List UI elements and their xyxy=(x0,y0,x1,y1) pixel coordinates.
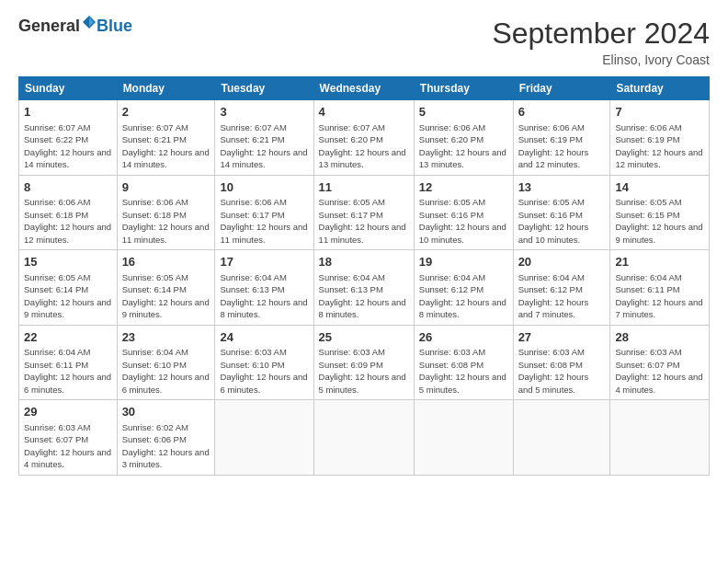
day-number: 18 xyxy=(319,254,409,270)
day-number: 16 xyxy=(122,254,210,270)
col-tuesday: Tuesday xyxy=(215,77,313,100)
logo-icon xyxy=(82,15,97,29)
table-row: 8 Sunrise: 6:06 AMSunset: 6:18 PMDayligh… xyxy=(19,175,118,250)
day-info: Sunrise: 6:05 AMSunset: 6:16 PMDaylight:… xyxy=(419,197,506,245)
day-info: Sunrise: 6:05 AMSunset: 6:17 PMDaylight:… xyxy=(319,197,406,245)
day-info: Sunrise: 6:02 AMSunset: 6:06 PMDaylight:… xyxy=(122,422,210,470)
day-info: Sunrise: 6:03 AMSunset: 6:08 PMDaylight:… xyxy=(518,347,589,395)
day-info: Sunrise: 6:06 AMSunset: 6:17 PMDaylight:… xyxy=(220,197,307,245)
day-info: Sunrise: 6:06 AMSunset: 6:19 PMDaylight:… xyxy=(518,122,589,170)
table-row: 4 Sunrise: 6:07 AMSunset: 6:20 PMDayligh… xyxy=(313,100,414,176)
calendar-week-row: 8 Sunrise: 6:06 AMSunset: 6:18 PMDayligh… xyxy=(19,175,710,250)
calendar-week-row: 15 Sunrise: 6:05 AMSunset: 6:14 PMDaylig… xyxy=(19,250,710,326)
day-number: 23 xyxy=(122,329,210,346)
day-info: Sunrise: 6:07 AMSunset: 6:20 PMDaylight:… xyxy=(319,122,406,170)
day-info: Sunrise: 6:04 AMSunset: 6:11 PMDaylight:… xyxy=(615,272,702,320)
day-info: Sunrise: 6:03 AMSunset: 6:07 PMDaylight:… xyxy=(615,347,702,395)
logo-general: General xyxy=(18,17,80,36)
day-number: 9 xyxy=(122,179,210,196)
table-row: 25 Sunrise: 6:03 AMSunset: 6:09 PMDaylig… xyxy=(313,325,414,400)
table-row: 21 Sunrise: 6:04 AMSunset: 6:11 PMDaylig… xyxy=(610,250,710,326)
day-info: Sunrise: 6:04 AMSunset: 6:13 PMDaylight:… xyxy=(319,272,406,320)
day-info: Sunrise: 6:06 AMSunset: 6:20 PMDaylight:… xyxy=(419,122,506,170)
header: General Blue September 2024 Elinso, Ivor… xyxy=(18,17,710,67)
table-row: 11 Sunrise: 6:05 AMSunset: 6:17 PMDaylig… xyxy=(313,175,414,250)
day-info: Sunrise: 6:03 AMSunset: 6:09 PMDaylight:… xyxy=(319,347,406,395)
table-row: 9 Sunrise: 6:06 AMSunset: 6:18 PMDayligh… xyxy=(117,175,215,250)
col-saturday: Saturday xyxy=(610,77,710,100)
day-info: Sunrise: 6:05 AMSunset: 6:15 PMDaylight:… xyxy=(615,197,702,245)
empty-cell xyxy=(215,400,313,476)
logo-blue: Blue xyxy=(97,17,132,36)
table-row: 2 Sunrise: 6:07 AMSunset: 6:21 PMDayligh… xyxy=(117,100,215,176)
empty-cell xyxy=(513,400,610,476)
day-info: Sunrise: 6:03 AMSunset: 6:10 PMDaylight:… xyxy=(220,347,307,395)
day-info: Sunrise: 6:05 AMSunset: 6:16 PMDaylight:… xyxy=(518,197,589,245)
page: General Blue September 2024 Elinso, Ivor… xyxy=(0,0,728,563)
table-row: 14 Sunrise: 6:05 AMSunset: 6:15 PMDaylig… xyxy=(610,175,710,250)
col-friday: Friday xyxy=(513,77,610,100)
table-row: 27 Sunrise: 6:03 AMSunset: 6:08 PMDaylig… xyxy=(513,325,610,400)
day-info: Sunrise: 6:07 AMSunset: 6:21 PMDaylight:… xyxy=(122,122,210,170)
table-row: 28 Sunrise: 6:03 AMSunset: 6:07 PMDaylig… xyxy=(610,325,710,400)
day-number: 28 xyxy=(615,329,704,346)
day-number: 17 xyxy=(220,254,308,270)
table-row: 3 Sunrise: 6:07 AMSunset: 6:21 PMDayligh… xyxy=(215,100,313,176)
day-number: 12 xyxy=(419,179,508,196)
table-row: 23 Sunrise: 6:04 AMSunset: 6:10 PMDaylig… xyxy=(117,325,215,400)
table-row: 26 Sunrise: 6:03 AMSunset: 6:08 PMDaylig… xyxy=(414,325,513,400)
day-info: Sunrise: 6:04 AMSunset: 6:10 PMDaylight:… xyxy=(122,347,210,395)
day-number: 13 xyxy=(518,179,606,196)
col-thursday: Thursday xyxy=(414,77,513,100)
table-row: 13 Sunrise: 6:05 AMSunset: 6:16 PMDaylig… xyxy=(513,175,610,250)
title-section: September 2024 Elinso, Ivory Coast xyxy=(492,17,710,67)
calendar-header-row: Sunday Monday Tuesday Wednesday Thursday… xyxy=(19,77,710,100)
day-number: 5 xyxy=(419,104,508,121)
table-row: 1 Sunrise: 6:07 AMSunset: 6:22 PMDayligh… xyxy=(19,100,118,176)
table-row: 24 Sunrise: 6:03 AMSunset: 6:10 PMDaylig… xyxy=(215,325,313,400)
table-row: 29 Sunrise: 6:03 AMSunset: 6:07 PMDaylig… xyxy=(19,400,118,476)
day-number: 1 xyxy=(24,104,112,121)
location: Elinso, Ivory Coast xyxy=(492,52,710,67)
day-number: 11 xyxy=(319,179,409,196)
logo: General Blue xyxy=(18,17,132,36)
day-number: 8 xyxy=(24,179,112,196)
day-number: 10 xyxy=(220,179,308,196)
table-row: 6 Sunrise: 6:06 AMSunset: 6:19 PMDayligh… xyxy=(513,100,610,176)
table-row: 10 Sunrise: 6:06 AMSunset: 6:17 PMDaylig… xyxy=(215,175,313,250)
col-wednesday: Wednesday xyxy=(313,77,414,100)
day-info: Sunrise: 6:04 AMSunset: 6:12 PMDaylight:… xyxy=(419,272,506,320)
day-number: 19 xyxy=(419,254,508,270)
calendar-week-row: 29 Sunrise: 6:03 AMSunset: 6:07 PMDaylig… xyxy=(19,400,710,476)
day-info: Sunrise: 6:06 AMSunset: 6:18 PMDaylight:… xyxy=(24,197,111,245)
col-sunday: Sunday xyxy=(19,77,118,100)
table-row: 20 Sunrise: 6:04 AMSunset: 6:12 PMDaylig… xyxy=(513,250,610,326)
day-number: 22 xyxy=(24,329,112,346)
table-row: 22 Sunrise: 6:04 AMSunset: 6:11 PMDaylig… xyxy=(19,325,118,400)
day-info: Sunrise: 6:05 AMSunset: 6:14 PMDaylight:… xyxy=(122,272,210,320)
table-row: 15 Sunrise: 6:05 AMSunset: 6:14 PMDaylig… xyxy=(19,250,118,326)
day-number: 29 xyxy=(24,404,112,420)
day-number: 25 xyxy=(319,329,409,346)
empty-cell xyxy=(610,400,710,476)
month-title: September 2024 xyxy=(492,17,710,51)
table-row: 12 Sunrise: 6:05 AMSunset: 6:16 PMDaylig… xyxy=(414,175,513,250)
day-info: Sunrise: 6:04 AMSunset: 6:12 PMDaylight:… xyxy=(518,272,589,320)
day-info: Sunrise: 6:07 AMSunset: 6:21 PMDaylight:… xyxy=(220,122,307,170)
day-info: Sunrise: 6:06 AMSunset: 6:19 PMDaylight:… xyxy=(615,122,702,170)
day-number: 15 xyxy=(24,254,112,270)
table-row: 17 Sunrise: 6:04 AMSunset: 6:13 PMDaylig… xyxy=(215,250,313,326)
table-row: 19 Sunrise: 6:04 AMSunset: 6:12 PMDaylig… xyxy=(414,250,513,326)
table-row: 30 Sunrise: 6:02 AMSunset: 6:06 PMDaylig… xyxy=(117,400,215,476)
day-number: 24 xyxy=(220,329,308,346)
day-number: 3 xyxy=(220,104,308,121)
table-row: 7 Sunrise: 6:06 AMSunset: 6:19 PMDayligh… xyxy=(610,100,710,176)
day-info: Sunrise: 6:03 AMSunset: 6:08 PMDaylight:… xyxy=(419,347,506,395)
day-number: 30 xyxy=(122,404,210,420)
day-info: Sunrise: 6:07 AMSunset: 6:22 PMDaylight:… xyxy=(24,122,111,170)
day-info: Sunrise: 6:04 AMSunset: 6:13 PMDaylight:… xyxy=(220,272,307,320)
day-number: 14 xyxy=(615,179,704,196)
day-number: 26 xyxy=(419,329,508,346)
calendar: Sunday Monday Tuesday Wednesday Thursday… xyxy=(18,76,710,476)
day-info: Sunrise: 6:05 AMSunset: 6:14 PMDaylight:… xyxy=(24,272,111,320)
